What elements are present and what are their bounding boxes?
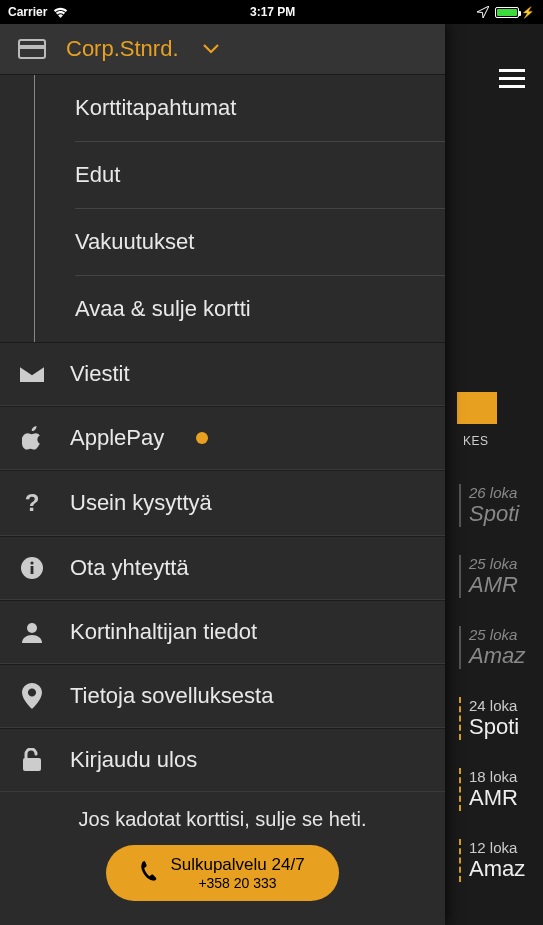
menu-label: Kortinhaltijan tiedot (70, 619, 257, 645)
menu-label: ApplePay (70, 425, 164, 451)
apple-icon (18, 426, 46, 450)
transaction-date: 18 loka (469, 768, 543, 785)
svg-rect-4 (23, 758, 41, 771)
clock-label: 3:17 PM (250, 5, 295, 19)
transaction-peek-item[interactable]: 26 lokaSpoti (459, 484, 543, 527)
unlock-icon (18, 748, 46, 772)
submenu-transactions[interactable]: Korttitapahtumat (75, 75, 445, 142)
menu-faq[interactable]: ? Usein kysyttyä (0, 470, 445, 536)
card-submenu: Korttitapahtumat Edut Vakuutukset Avaa &… (0, 75, 445, 342)
transactions-peek: 26 lokaSpoti25 lokaAMR25 lokaAmaz24 loka… (459, 484, 543, 910)
submenu-insurance[interactable]: Vakuutukset (75, 209, 445, 276)
svg-point-3 (27, 623, 37, 633)
transaction-peek-item[interactable]: 25 lokaAMR (459, 555, 543, 598)
menu-about[interactable]: Tietoja sovelluksesta (0, 664, 445, 728)
menu-logout[interactable]: Kirjaudu ulos (0, 728, 445, 792)
submenu-benefits[interactable]: Edut (75, 142, 445, 209)
transaction-title: Spoti (469, 714, 543, 740)
main-menu: Viestit ApplePay ? Usein kysyttyä Ota yh… (0, 342, 445, 792)
transaction-title: Spoti (469, 501, 543, 527)
wifi-icon (53, 7, 68, 18)
card-icon (18, 39, 46, 59)
hamburger-icon[interactable] (499, 64, 525, 93)
battery-icon: ⚡ (495, 6, 535, 19)
menu-label: Ota yhteyttä (70, 555, 189, 581)
menu-label: Kirjaudu ulos (70, 747, 197, 773)
side-drawer: Corp.Stnrd. Korttitapahtumat Edut Vakuut… (0, 24, 445, 925)
menu-messages[interactable]: Viestit (0, 342, 445, 406)
transaction-date: 25 loka (469, 626, 543, 643)
svg-point-2 (30, 562, 33, 565)
transaction-title: AMR (469, 572, 543, 598)
pin-icon (18, 683, 46, 709)
transaction-date: 26 loka (469, 484, 543, 501)
month-tab-label: KES (463, 434, 489, 448)
notification-dot (196, 432, 208, 444)
phone-icon (139, 861, 161, 886)
transaction-title: Amaz (469, 643, 543, 669)
status-bar: Carrier 3:17 PM ⚡ (0, 0, 543, 24)
menu-label: Usein kysyttyä (70, 490, 212, 516)
carrier-label: Carrier (8, 5, 47, 19)
call-block-service-button[interactable]: Sulkupalvelu 24/7 +358 20 333 (106, 845, 338, 901)
location-icon (477, 6, 489, 18)
call-button-title: Sulkupalvelu 24/7 (170, 855, 304, 875)
transaction-peek-item[interactable]: 24 lokaSpoti (459, 697, 543, 740)
submenu-lock-card[interactable]: Avaa & sulje kortti (75, 276, 445, 342)
transaction-date: 25 loka (469, 555, 543, 572)
mail-icon (18, 366, 46, 382)
transaction-peek-item[interactable]: 12 lokaAmaz (459, 839, 543, 882)
svg-rect-1 (31, 566, 34, 574)
footer-hint: Jos kadotat korttisi, sulje se heti. (10, 808, 435, 831)
card-name-label: Corp.Stnrd. (66, 36, 179, 62)
chevron-down-icon (203, 41, 219, 57)
menu-cardholder[interactable]: Kortinhaltijan tiedot (0, 600, 445, 664)
transaction-peek-item[interactable]: 25 lokaAmaz (459, 626, 543, 669)
question-icon: ? (18, 489, 46, 517)
transaction-peek-item[interactable]: 18 lokaAMR (459, 768, 543, 811)
menu-contact[interactable]: Ota yhteyttä (0, 536, 445, 600)
transaction-date: 12 loka (469, 839, 543, 856)
drawer-footer: Jos kadotat korttisi, sulje se heti. Sul… (0, 792, 445, 925)
call-button-number: +358 20 333 (170, 875, 304, 891)
month-tab-selected[interactable] (457, 392, 497, 424)
menu-label: Viestit (70, 361, 130, 387)
card-selector[interactable]: Corp.Stnrd. (0, 24, 445, 75)
transaction-date: 24 loka (469, 697, 543, 714)
user-icon (18, 621, 46, 643)
background-panel: KES 26 lokaSpoti25 lokaAMR25 lokaAmaz24 … (445, 24, 543, 925)
transaction-title: AMR (469, 785, 543, 811)
menu-applepay[interactable]: ApplePay (0, 406, 445, 470)
info-icon (18, 557, 46, 579)
transaction-title: Amaz (469, 856, 543, 882)
menu-label: Tietoja sovelluksesta (70, 683, 273, 709)
